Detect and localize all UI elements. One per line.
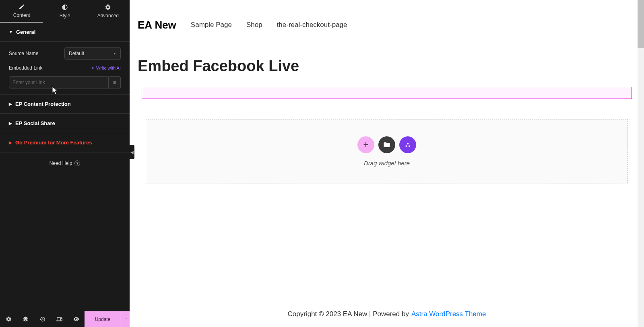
chevron-left-icon: ◀ <box>130 150 134 154</box>
nav-sample-page[interactable]: Sample Page <box>191 21 232 29</box>
caret-down-icon: ▼ <box>9 30 13 34</box>
eye-icon <box>73 316 79 322</box>
source-name-value: Default <box>69 51 84 56</box>
site-footer: Copyright © 2023 EA New | Powered by Ast… <box>130 301 644 327</box>
caret-right-icon: ▶ <box>9 140 12 145</box>
blocks-icon <box>404 141 411 148</box>
editor-tabs: Content Style Advanced <box>0 0 130 23</box>
need-help[interactable]: Need Help ? <box>0 152 130 174</box>
section-general-title: General <box>16 29 35 35</box>
selected-widget[interactable] <box>142 87 632 99</box>
database-icon: ≡ <box>113 80 116 85</box>
section-protection[interactable]: ▶ EP Content Protection <box>0 95 130 114</box>
history-button[interactable] <box>34 311 51 327</box>
write-with-ai[interactable]: ✦ Write with AI <box>91 66 121 71</box>
section-general-body: Source Name Default Embedded Link ✦ Writ… <box>0 42 130 95</box>
write-ai-label: Write with AI <box>96 66 121 70</box>
gear-icon <box>6 316 12 322</box>
sections: ▼ General Source Name Default Embedded L… <box>0 23 130 311</box>
chevron-up-icon: ⌃ <box>124 317 127 321</box>
responsive-button[interactable] <box>51 311 68 327</box>
section-protection-title: EP Content Protection <box>15 101 71 107</box>
section-social[interactable]: ▶ EP Social Share <box>0 114 130 133</box>
caret-right-icon: ▶ <box>9 121 12 125</box>
section-general-header[interactable]: ▼ General <box>0 23 130 42</box>
tab-content[interactable]: Content <box>0 0 43 23</box>
svg-point-2 <box>409 145 410 147</box>
dropzone[interactable]: + Drag widget here <box>146 119 628 183</box>
tab-style-label: Style <box>60 13 70 19</box>
update-options-button[interactable]: ⌃ <box>121 311 130 327</box>
question-icon: ? <box>74 160 80 166</box>
embedded-link-label: Embedded Link <box>9 65 42 71</box>
theme-link[interactable]: Astra WordPress Theme <box>411 310 486 318</box>
nav-checkout[interactable]: the-real-checkout-page <box>277 21 347 29</box>
dynamic-tags-button[interactable]: ≡ <box>109 76 121 88</box>
add-section-button[interactable]: + <box>357 136 374 153</box>
plus-icon: + <box>363 140 369 150</box>
page-title: Embed Facebook Live <box>138 58 636 75</box>
section-premium[interactable]: ▶ Go Premium for More Features <box>0 133 130 152</box>
site-header: EA New Sample Page Shop the-real-checkou… <box>130 0 644 50</box>
preview-area: EA New Sample Page Shop the-real-checkou… <box>130 0 644 327</box>
source-name-select[interactable]: Default <box>64 47 121 60</box>
pencil-icon <box>19 4 25 10</box>
scrollbar[interactable] <box>638 0 644 327</box>
tab-content-label: Content <box>13 12 30 18</box>
sidebar-footer: Update ⌃ <box>0 311 130 327</box>
site-nav: Sample Page Shop the-real-checkout-page <box>191 21 347 29</box>
responsive-icon <box>56 316 62 322</box>
sparkle-icon: ✦ <box>91 66 95 71</box>
settings-button[interactable] <box>0 311 17 327</box>
section-premium-title: Go Premium for More Features <box>15 140 92 146</box>
editor-sidebar: Content Style Advanced ▼ General Source … <box>0 0 130 327</box>
navigator-button[interactable] <box>17 311 34 327</box>
copyright-text: Copyright © 2023 EA New | Powered by <box>288 310 409 318</box>
update-button[interactable]: Update <box>85 311 121 327</box>
preview-button[interactable] <box>68 311 85 327</box>
update-label: Update <box>95 317 111 322</box>
tab-style[interactable]: Style <box>43 0 86 23</box>
ea-templates-button[interactable] <box>399 136 416 153</box>
folder-icon <box>383 141 390 148</box>
svg-point-0 <box>407 142 409 144</box>
caret-right-icon: ▶ <box>9 102 12 106</box>
dropzone-label: Drag widget here <box>364 160 410 167</box>
gear-icon <box>105 4 111 10</box>
svg-point-1 <box>405 145 407 147</box>
section-social-title: EP Social Share <box>15 120 55 126</box>
scrollbar-thumb[interactable] <box>638 0 644 48</box>
layers-icon <box>23 316 29 322</box>
add-template-button[interactable] <box>378 136 395 153</box>
tab-advanced-label: Advanced <box>97 13 119 19</box>
history-icon <box>39 316 45 322</box>
embedded-link-input[interactable] <box>9 76 109 88</box>
contrast-icon <box>62 4 68 10</box>
site-title: EA New <box>138 19 176 31</box>
collapse-sidebar[interactable]: ◀ <box>130 145 134 159</box>
tab-advanced[interactable]: Advanced <box>87 0 130 23</box>
need-help-label: Need Help <box>50 160 72 166</box>
nav-shop[interactable]: Shop <box>246 21 262 29</box>
scrollbar-track <box>638 0 644 327</box>
source-name-label: Source Name <box>9 51 38 56</box>
